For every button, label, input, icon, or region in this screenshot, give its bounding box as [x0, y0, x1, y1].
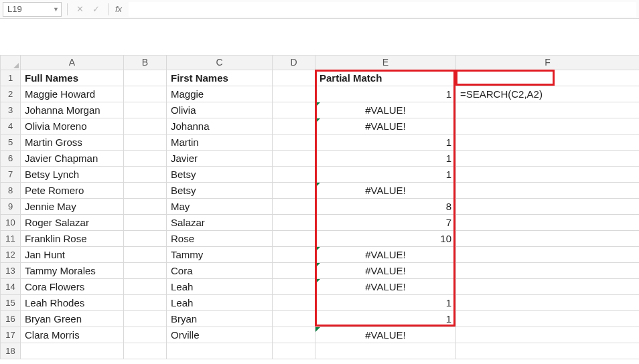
cell-A17[interactable]: Clara Morris: [21, 327, 124, 343]
col-header-A[interactable]: A: [21, 56, 124, 70]
cell-A18[interactable]: [21, 343, 124, 359]
cell-C3[interactable]: Olivia: [167, 102, 273, 118]
cell-F12[interactable]: [456, 247, 640, 263]
row-header-2[interactable]: 2: [1, 86, 21, 102]
row-header-18[interactable]: 18: [1, 343, 21, 359]
row-header-11[interactable]: 11: [1, 231, 21, 247]
cell-C17[interactable]: Orville: [167, 327, 273, 343]
worksheet-grid[interactable]: A B C D E F 1Full NamesFirst NamesPartia…: [0, 55, 639, 359]
name-box[interactable]: L19 ▼: [3, 2, 62, 17]
cell-F14[interactable]: [456, 279, 640, 295]
cell-A8[interactable]: Pete Romero: [21, 183, 124, 199]
cell-C11[interactable]: Rose: [167, 231, 273, 247]
cell-E10[interactable]: 7: [315, 215, 456, 231]
cell-A7[interactable]: Betsy Lynch: [21, 167, 124, 183]
cell-B4[interactable]: [124, 118, 167, 134]
cell-F11[interactable]: [456, 231, 640, 247]
cell-C13[interactable]: Cora: [167, 263, 273, 279]
row-header-16[interactable]: 16: [1, 311, 21, 327]
cell-F16[interactable]: [456, 311, 640, 327]
cell-D2[interactable]: [273, 86, 315, 102]
cell-D6[interactable]: [273, 151, 315, 167]
cell-A16[interactable]: Bryan Green: [21, 311, 124, 327]
col-header-C[interactable]: C: [167, 56, 273, 70]
cell-D7[interactable]: [273, 167, 315, 183]
cell-B17[interactable]: [124, 327, 167, 343]
cell-C7[interactable]: Betsy: [167, 167, 273, 183]
row-header-4[interactable]: 4: [1, 118, 21, 134]
row-header-17[interactable]: 17: [1, 327, 21, 343]
cell-A2[interactable]: Maggie Howard: [21, 86, 124, 102]
row-header-6[interactable]: 6: [1, 151, 21, 167]
cell-C15[interactable]: Leah: [167, 295, 273, 311]
cell-D14[interactable]: [273, 279, 315, 295]
cell-A3[interactable]: Johanna Morgan: [21, 102, 124, 118]
cell-C5[interactable]: Martin: [167, 134, 273, 151]
cell-D8[interactable]: [273, 183, 315, 199]
cell-B18[interactable]: [124, 343, 167, 359]
cell-C16[interactable]: Bryan: [167, 311, 273, 327]
row-header-7[interactable]: 7: [1, 167, 21, 183]
cell-E2[interactable]: 1: [315, 86, 456, 102]
cell-D10[interactable]: [273, 215, 315, 231]
cell-E9[interactable]: 8: [315, 199, 456, 215]
cell-D18[interactable]: [273, 343, 315, 359]
cell-F17[interactable]: [456, 327, 640, 343]
cell-C9[interactable]: May: [167, 199, 273, 215]
cell-B10[interactable]: [124, 215, 167, 231]
cell-C6[interactable]: Javier: [167, 151, 273, 167]
confirm-formula-button[interactable]: ✓: [89, 3, 102, 16]
cell-F6[interactable]: [456, 151, 640, 167]
cell-E14[interactable]: #VALUE!: [315, 279, 456, 295]
cell-A11[interactable]: Franklin Rose: [21, 231, 124, 247]
cell-F10[interactable]: [456, 215, 640, 231]
cell-D12[interactable]: [273, 247, 315, 263]
cell-A5[interactable]: Martin Gross: [21, 134, 124, 151]
cell-B1[interactable]: [124, 70, 167, 86]
col-header-E[interactable]: E: [315, 56, 456, 70]
cell-C12[interactable]: Tammy: [167, 247, 273, 263]
cell-F4[interactable]: [456, 118, 640, 134]
cell-C8[interactable]: Betsy: [167, 183, 273, 199]
row-header-3[interactable]: 3: [1, 102, 21, 118]
cell-D11[interactable]: [273, 231, 315, 247]
cell-D1[interactable]: [273, 70, 315, 86]
cell-E13[interactable]: #VALUE!: [315, 263, 456, 279]
cell-D16[interactable]: [273, 311, 315, 327]
row-header-5[interactable]: 5: [1, 134, 21, 151]
row-header-15[interactable]: 15: [1, 295, 21, 311]
cell-F5[interactable]: [456, 134, 640, 151]
cell-C14[interactable]: Leah: [167, 279, 273, 295]
chevron-down-icon[interactable]: ▼: [53, 6, 59, 13]
cell-B12[interactable]: [124, 247, 167, 263]
cell-D9[interactable]: [273, 199, 315, 215]
cell-D4[interactable]: [273, 118, 315, 134]
cell-F9[interactable]: [456, 199, 640, 215]
col-header-D[interactable]: D: [273, 56, 315, 70]
cell-A15[interactable]: Leah Rhodes: [21, 295, 124, 311]
cell-F15[interactable]: [456, 295, 640, 311]
cell-E6[interactable]: 1: [315, 151, 456, 167]
cell-B15[interactable]: [124, 295, 167, 311]
cell-B2[interactable]: [124, 86, 167, 102]
row-header-12[interactable]: 12: [1, 247, 21, 263]
cell-D13[interactable]: [273, 263, 315, 279]
cell-E11[interactable]: 10: [315, 231, 456, 247]
cell-E12[interactable]: #VALUE!: [315, 247, 456, 263]
cell-A9[interactable]: Jennie May: [21, 199, 124, 215]
cell-F2[interactable]: =SEARCH(C2,A2): [456, 86, 640, 102]
row-header-14[interactable]: 14: [1, 279, 21, 295]
cell-C18[interactable]: [167, 343, 273, 359]
cell-F13[interactable]: [456, 263, 640, 279]
cell-B9[interactable]: [124, 199, 167, 215]
cell-E5[interactable]: 1: [315, 134, 456, 151]
cell-E4[interactable]: #VALUE!: [315, 118, 456, 134]
cell-F3[interactable]: [456, 102, 640, 118]
cell-C4[interactable]: Johanna: [167, 118, 273, 134]
cell-F18[interactable]: [456, 343, 640, 359]
col-header-B[interactable]: B: [124, 56, 167, 70]
cell-A12[interactable]: Jan Hunt: [21, 247, 124, 263]
cell-B8[interactable]: [124, 183, 167, 199]
row-header-8[interactable]: 8: [1, 183, 21, 199]
cell-E7[interactable]: 1: [315, 167, 456, 183]
